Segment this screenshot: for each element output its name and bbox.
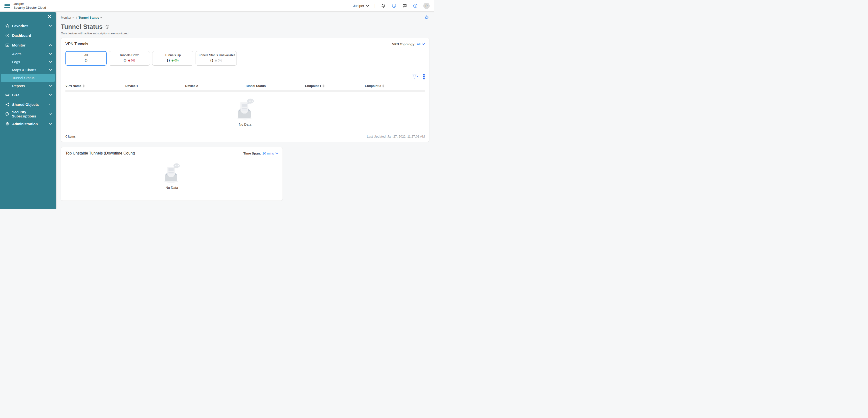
clock-history-icon[interactable] — [391, 3, 397, 8]
top-bar: Juniper Security Director Cloud Juniper … — [0, 0, 434, 12]
sidebar-item-tunnel-status[interactable]: Tunnel Status — [1, 74, 55, 82]
close-icon[interactable] — [48, 14, 51, 19]
sidebar-item-label: SRX — [12, 93, 20, 97]
no-data-label: No Data — [239, 123, 251, 126]
more-options-kebab-icon[interactable] — [423, 74, 425, 79]
breadcrumb: Monitor / Tunnel Status — [61, 16, 102, 20]
breadcrumb-monitor[interactable]: Monitor — [61, 16, 74, 20]
tab-percent: 0% — [218, 59, 222, 62]
chevron-down-icon — [72, 17, 74, 18]
vpn-topology-value: All — [417, 42, 421, 46]
sidebar-item-label: Dashboard — [12, 33, 31, 37]
share-icon — [5, 102, 10, 107]
column-header-vpn-name[interactable]: VPN Name — [65, 84, 125, 88]
chevron-down-icon — [49, 53, 52, 55]
tab-all[interactable]: All 0 — [65, 51, 106, 66]
tab-tunnels-down[interactable]: Tunnels Down 0 0% — [109, 51, 150, 66]
tab-percent: 0% — [175, 59, 179, 62]
time-span-dropdown[interactable]: Time Span: 10 mins — [243, 152, 278, 155]
time-span-value: 10 mins — [262, 152, 274, 155]
sidebar-item-monitor[interactable]: Monitor — [0, 40, 56, 50]
tab-tunnels-up[interactable]: Tunnels Up 0 0% — [152, 51, 193, 66]
column-header-endpoint-1[interactable]: Endpoint 1 — [305, 84, 365, 88]
sidebar-item-label: Alerts — [12, 52, 21, 56]
sidebar-item-administration[interactable]: Administration — [0, 119, 56, 129]
breadcrumb-separator: / — [76, 16, 77, 20]
tunnel-status-tabs: All 0 Tunnels Down 0 0% Tunnels Up 0 0% — [65, 51, 425, 66]
column-header-device-2: Device 2 — [185, 84, 245, 88]
breadcrumb-label: Monitor — [61, 16, 71, 20]
breadcrumb-tunnel-status[interactable]: Tunnel Status — [79, 16, 102, 20]
sidebar-item-label: Tunnel Status — [12, 76, 34, 80]
user-avatar[interactable]: P — [423, 3, 430, 9]
sidebar-item-shared-objects[interactable]: Shared Objects — [0, 100, 56, 109]
sidebar-item-label: Reports — [12, 84, 25, 88]
status-dot-down — [128, 60, 130, 62]
monitor-icon — [5, 43, 10, 47]
tab-percent: 0% — [131, 59, 135, 62]
items-count: 0 items — [65, 135, 75, 138]
sidebar-item-favorites[interactable]: Favorites — [0, 21, 56, 31]
status-dot-up — [172, 60, 174, 62]
chevron-down-icon — [422, 43, 425, 45]
column-label: Endpoint 1 — [305, 84, 321, 88]
feedback-chat-icon[interactable] — [402, 3, 407, 8]
sidebar-item-label: Shared Objects — [12, 102, 39, 106]
page-help-icon[interactable] — [105, 25, 110, 29]
table-empty-state: No Data — [65, 92, 425, 133]
tab-label: Tunnels Down — [120, 53, 140, 57]
favorite-page-star-icon[interactable] — [424, 15, 429, 20]
tab-value: 0 — [167, 58, 170, 63]
sidebar-item-label: Maps & Charts — [12, 68, 36, 72]
tenant-label: Juniper — [353, 4, 364, 8]
table-header-strip — [65, 90, 425, 92]
tenant-switcher[interactable]: Juniper — [353, 4, 369, 8]
sidebar-item-label: Logs — [12, 60, 20, 64]
column-label: Endpoint 2 — [365, 84, 381, 88]
tab-value: 0 — [85, 58, 88, 63]
status-dot-unavailable — [215, 60, 217, 62]
chevron-down-icon — [49, 104, 52, 105]
column-label: Tunnel Status — [245, 84, 266, 88]
sidebar-nav: Favorites Dashboard Monitor Alerts Logs … — [0, 12, 56, 209]
time-span-label: Time Span: — [243, 152, 261, 155]
sidebar-item-alerts[interactable]: Alerts — [0, 50, 56, 58]
column-header-device-1: Device 1 — [125, 84, 185, 88]
chevron-down-icon — [49, 61, 52, 63]
vpn-tunnels-card: VPN Tunnels VPN Topology: All All 0 Tunn… — [61, 38, 429, 142]
sort-icon — [322, 85, 324, 88]
chevron-down-icon — [49, 94, 52, 96]
chevron-down-icon — [49, 25, 52, 27]
notifications-bell-icon[interactable] — [381, 3, 386, 8]
chevron-down-icon — [49, 123, 52, 125]
tab-label: Tunnels Status Unavailable — [197, 53, 235, 57]
tab-value: 0 — [210, 58, 213, 63]
sidebar-item-dashboard[interactable]: Dashboard — [0, 31, 56, 40]
sidebar-item-label: Favorites — [12, 24, 28, 28]
shield-icon — [5, 112, 9, 117]
chevron-down-icon — [49, 113, 52, 115]
menu-hamburger-icon[interactable] — [4, 4, 10, 8]
sidebar-item-maps-charts[interactable]: Maps & Charts — [0, 66, 56, 74]
tab-tunnels-status-unavailable[interactable]: Tunnels Status Unavailable 0 0% — [195, 51, 237, 66]
sidebar-item-reports[interactable]: Reports — [0, 82, 56, 90]
vpn-topology-dropdown[interactable]: VPN Topology: All — [392, 42, 425, 46]
sidebar-item-label: Monitor — [12, 43, 26, 47]
tab-label: All — [84, 53, 88, 57]
tab-label: Tunnels Up — [165, 53, 181, 57]
sidebar-item-logs[interactable]: Logs — [0, 58, 56, 66]
tab-value: 0 — [124, 58, 126, 63]
chart-empty-state: No Data — [65, 156, 278, 197]
column-header-tunnel-status: Tunnel Status — [245, 84, 305, 88]
filter-icon[interactable] — [412, 74, 418, 79]
sidebar-item-security-subscriptions[interactable]: Security Subscriptions — [0, 109, 56, 119]
page-subtitle: Only devices with active subscriptions a… — [61, 32, 429, 35]
no-data-illustration — [235, 98, 255, 121]
chevron-up-icon — [49, 44, 52, 46]
column-header-endpoint-2[interactable]: Endpoint 2 — [365, 84, 425, 88]
star-icon — [5, 24, 10, 28]
help-icon[interactable] — [413, 3, 418, 8]
sidebar-item-srx[interactable]: SRX — [0, 90, 56, 100]
top-unstable-tunnels-card: Top Unstable Tunnels (Downtime Count) Ti… — [61, 147, 283, 201]
column-label: Device 2 — [185, 84, 198, 88]
